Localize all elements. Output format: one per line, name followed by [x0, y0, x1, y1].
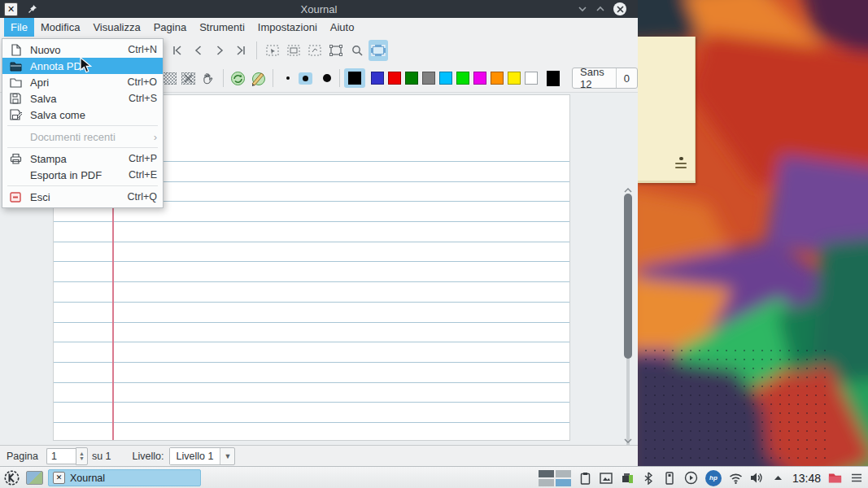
xournal-task-icon: ✕ — [53, 472, 65, 484]
menu-separator — [7, 125, 158, 126]
menu-item-esci[interactable]: Esci Ctrl+Q — [2, 189, 163, 205]
color-yellow-swatch[interactable] — [508, 72, 521, 85]
previous-page-icon[interactable] — [189, 40, 208, 61]
menu-separator — [7, 185, 158, 186]
pen-thick-icon[interactable] — [318, 68, 335, 89]
menu-item-apri[interactable]: Apri Ctrl+O — [2, 74, 163, 90]
new-document-icon — [9, 43, 22, 56]
font-aux-button[interactable]: 0 — [616, 68, 637, 88]
save-icon — [9, 92, 22, 105]
vertical-space-icon[interactable] — [326, 40, 346, 61]
menu-separator — [7, 147, 158, 148]
print-jobs-icon[interactable] — [621, 471, 635, 485]
annotate-pdf-icon — [9, 59, 22, 72]
font-button[interactable]: Sans 12 — [573, 68, 616, 88]
menubar: File Modifica Visualizza Pagina Strument… — [0, 18, 638, 37]
menu-item-documenti-recenti[interactable]: Documenti recenti › — [2, 129, 163, 145]
expand-tray-icon[interactable] — [771, 471, 785, 485]
color-black-selected[interactable] — [344, 68, 365, 88]
hp-device-icon[interactable]: hp — [705, 470, 722, 486]
device-notifier-icon[interactable] — [663, 471, 677, 485]
menu-aiuto[interactable]: Aiuto — [324, 18, 361, 37]
quit-icon — [9, 190, 22, 203]
select-lasso-icon[interactable] — [305, 40, 325, 61]
color-orange-swatch[interactable] — [491, 72, 504, 85]
color-red-swatch[interactable] — [388, 72, 401, 85]
pen-fine-icon[interactable] — [280, 68, 297, 89]
color-green-swatch[interactable] — [405, 72, 418, 85]
layer-label: Livello: — [133, 451, 164, 462]
screenshot-icon[interactable] — [600, 471, 613, 485]
layer-combobox[interactable]: Livello 1 ▼ — [169, 447, 236, 465]
color-gray-swatch[interactable] — [422, 72, 435, 85]
ruler-pen-icon[interactable] — [249, 68, 266, 89]
statusbar: Pagina 1 ▲▼ su 1 Livello: Livello 1 ▼ — [0, 445, 638, 467]
menu-visualizza[interactable]: Visualizza — [86, 18, 146, 37]
clipboard-icon[interactable] — [578, 471, 592, 485]
open-folder-icon — [9, 76, 22, 89]
color-white-swatch[interactable] — [525, 72, 538, 85]
xournal-app-icon: ✕ — [4, 2, 18, 16]
menu-item-esporta-pdf[interactable]: Esporta in PDF Ctrl+E — [2, 167, 163, 183]
clock[interactable]: 13:48 — [792, 472, 821, 485]
next-page-icon[interactable] — [210, 40, 229, 61]
taskbar-app-button[interactable]: ✕ Xournal — [48, 469, 201, 486]
zoom-icon[interactable] — [347, 40, 367, 61]
maximize-icon[interactable] — [595, 6, 605, 12]
scrollbar-thumb[interactable] — [624, 194, 632, 359]
page-label: Pagina — [7, 451, 38, 462]
font-button-group: Sans 12 0 — [572, 68, 638, 89]
close-icon[interactable] — [613, 2, 626, 15]
pin-icon[interactable] — [28, 4, 37, 14]
minimize-icon[interactable] — [578, 6, 587, 12]
show-desktop-icon[interactable] — [26, 471, 43, 485]
color-lightblue-swatch[interactable] — [439, 72, 452, 85]
print-icon — [9, 152, 22, 165]
fit-width-icon[interactable] — [369, 40, 388, 61]
panel-menu-icon[interactable] — [849, 471, 863, 485]
hand-tool-icon[interactable] — [199, 68, 216, 89]
color-swatches — [371, 72, 542, 85]
scroll-down-icon[interactable] — [623, 438, 633, 444]
bluetooth-icon[interactable] — [642, 471, 656, 485]
color-magenta-swatch[interactable] — [473, 72, 486, 85]
window-title: Xournal — [0, 3, 638, 15]
page-spinner[interactable]: ▲▼ — [76, 447, 88, 465]
note-settings-handle[interactable] — [675, 157, 687, 171]
select-region-icon[interactable] — [263, 40, 282, 61]
last-page-icon[interactable] — [231, 40, 251, 61]
menu-item-salva-come[interactable]: Salva come — [2, 107, 163, 123]
titlebar[interactable]: Xournal ✕ — [0, 0, 638, 18]
media-player-icon[interactable] — [684, 471, 698, 485]
save-as-icon — [9, 108, 22, 121]
virtual-desktop-pager-icon[interactable] — [539, 470, 571, 486]
menu-impostazioni[interactable]: Impostazioni — [251, 18, 324, 37]
layer-value: Livello 1 — [170, 448, 220, 464]
chevron-down-icon[interactable]: ▼ — [220, 448, 234, 464]
select-rectangle-icon[interactable] — [284, 40, 303, 61]
color-blue-swatch[interactable] — [371, 72, 384, 85]
pen-medium-selected[interactable] — [299, 72, 312, 85]
page-number-input[interactable]: 1 — [46, 448, 76, 464]
red-folder-icon[interactable] — [828, 471, 842, 485]
menu-item-stampa[interactable]: Stampa Ctrl+P — [2, 150, 163, 167]
menu-modifica[interactable]: Modifica — [34, 18, 86, 37]
wifi-icon[interactable] — [729, 471, 743, 485]
menu-item-nuovo[interactable]: Nuovo Ctrl+N — [2, 41, 163, 58]
mouse-cursor — [80, 57, 92, 74]
menu-pagina[interactable]: Pagina — [147, 18, 193, 37]
menu-file[interactable]: File — [4, 18, 34, 37]
menu-item-salva[interactable]: Salva Ctrl+S — [2, 90, 163, 107]
scroll-up-icon[interactable] — [623, 187, 633, 194]
menu-strumenti[interactable]: Strumenti — [193, 18, 251, 37]
eraser-pattern-icon[interactable] — [161, 68, 178, 89]
pages-total-label: su 1 — [92, 451, 111, 462]
highlighter-pattern-icon[interactable] — [181, 68, 198, 89]
current-color-swatch[interactable] — [547, 71, 560, 86]
first-page-icon[interactable] — [168, 40, 187, 61]
application-launcher-icon[interactable] — [3, 470, 20, 486]
sticky-note-widget[interactable] — [638, 37, 696, 183]
shape-recognizer-icon[interactable] — [230, 68, 247, 89]
color-lightgreen-swatch[interactable] — [456, 72, 469, 85]
volume-icon[interactable] — [750, 471, 764, 485]
